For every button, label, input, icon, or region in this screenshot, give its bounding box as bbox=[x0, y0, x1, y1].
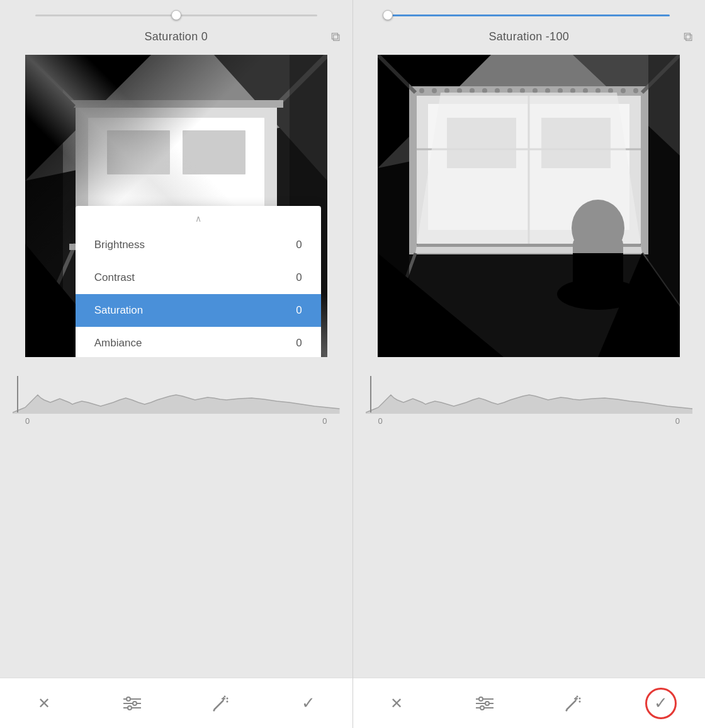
svg-rect-18 bbox=[25, 55, 63, 357]
sliders-icon bbox=[123, 696, 141, 711]
right-wand-button[interactable] bbox=[557, 688, 589, 719]
right-slider-thumb[interactable] bbox=[383, 10, 393, 20]
svg-rect-48 bbox=[409, 86, 417, 254]
left-histogram-labels: 0 0 bbox=[13, 416, 340, 426]
svg-point-33 bbox=[226, 697, 228, 699]
right-wand-icon bbox=[565, 695, 581, 712]
menu-item-saturation[interactable]: Saturation 0 bbox=[76, 294, 321, 327]
left-histogram-svg bbox=[13, 363, 340, 414]
svg-point-59 bbox=[533, 88, 538, 93]
left-slider-area[interactable] bbox=[0, 0, 352, 25]
right-image-area bbox=[378, 55, 680, 357]
svg-point-55 bbox=[482, 88, 487, 93]
left-slider-thumb[interactable] bbox=[171, 10, 181, 20]
left-hist-label-right: 0 bbox=[322, 416, 327, 426]
svg-line-10 bbox=[25, 244, 76, 357]
right-histogram-svg bbox=[366, 363, 693, 414]
right-title-bar: Saturation -100 ⧉ bbox=[353, 25, 706, 48]
svg-point-63 bbox=[583, 88, 588, 93]
svg-point-51 bbox=[432, 88, 437, 93]
svg-point-34 bbox=[226, 700, 228, 702]
right-hist-label-right: 0 bbox=[675, 416, 680, 426]
left-slider-track[interactable] bbox=[35, 14, 317, 16]
svg-rect-6 bbox=[107, 130, 170, 174]
left-sliders-button[interactable] bbox=[116, 688, 148, 719]
svg-point-61 bbox=[558, 88, 563, 93]
svg-rect-79 bbox=[648, 55, 680, 357]
dropdown-arrow-up[interactable]: ∧ bbox=[76, 211, 321, 229]
svg-line-9 bbox=[277, 55, 327, 105]
svg-rect-49 bbox=[641, 86, 648, 254]
svg-point-28 bbox=[128, 706, 132, 710]
menu-item-brightness[interactable]: Brightness 0 bbox=[76, 229, 321, 261]
svg-point-95 bbox=[579, 700, 581, 702]
dropdown-menu[interactable]: ∧ Brightness 0 Contrast 0 Saturation 0 A… bbox=[76, 206, 321, 357]
svg-point-93 bbox=[577, 695, 578, 697]
check-icon: ✓ bbox=[302, 693, 315, 713]
right-check-icon: ✓ bbox=[654, 693, 668, 713]
svg-point-58 bbox=[520, 88, 525, 93]
svg-point-89 bbox=[480, 706, 484, 710]
right-compare-icon[interactable]: ⧉ bbox=[684, 30, 692, 44]
right-toolbar: ✕ ✓ bbox=[353, 678, 706, 728]
svg-point-26 bbox=[127, 697, 130, 701]
svg-point-56 bbox=[495, 88, 500, 93]
left-check-button[interactable]: ✓ bbox=[293, 688, 324, 719]
svg-line-90 bbox=[567, 700, 576, 710]
right-hist-label-left: 0 bbox=[378, 416, 383, 426]
svg-line-96 bbox=[566, 710, 567, 711]
right-close-button[interactable]: ✕ bbox=[381, 688, 412, 719]
left-title-bar: Saturation 0 ⧉ bbox=[0, 25, 352, 48]
left-close-button[interactable]: ✕ bbox=[28, 688, 60, 719]
left-panel: Saturation 0 ⧉ bbox=[0, 0, 352, 728]
svg-marker-1 bbox=[25, 55, 327, 181]
left-histogram-area: 0 0 bbox=[0, 357, 352, 420]
svg-point-52 bbox=[444, 88, 449, 93]
svg-point-62 bbox=[570, 88, 575, 93]
right-slider-area[interactable] bbox=[353, 0, 706, 25]
svg-point-50 bbox=[419, 88, 424, 93]
svg-marker-17 bbox=[25, 55, 76, 168]
left-title: Saturation 0 bbox=[144, 30, 208, 43]
svg-marker-77 bbox=[415, 93, 642, 253]
svg-line-35 bbox=[213, 710, 215, 711]
svg-rect-7 bbox=[183, 130, 245, 174]
svg-rect-11 bbox=[69, 100, 283, 108]
svg-marker-2 bbox=[25, 55, 151, 181]
right-sliders-button[interactable] bbox=[469, 688, 500, 719]
close-icon: ✕ bbox=[38, 695, 50, 712]
right-slider-track[interactable] bbox=[388, 14, 670, 16]
left-image-area: ∧ Brightness 0 Contrast 0 Saturation 0 A… bbox=[25, 55, 327, 357]
left-compare-icon[interactable]: ⧉ bbox=[331, 30, 340, 44]
right-title: Saturation -100 bbox=[488, 30, 569, 43]
svg-point-32 bbox=[223, 695, 225, 697]
svg-point-67 bbox=[633, 88, 638, 93]
right-close-icon: ✕ bbox=[390, 695, 403, 712]
left-wand-button[interactable] bbox=[205, 688, 236, 719]
svg-point-60 bbox=[545, 88, 550, 93]
svg-point-53 bbox=[457, 88, 462, 93]
svg-point-66 bbox=[621, 88, 626, 93]
svg-point-87 bbox=[479, 697, 483, 701]
right-histogram-labels: 0 0 bbox=[366, 416, 693, 426]
left-toolbar: ✕ ✓ bbox=[0, 678, 352, 728]
svg-point-64 bbox=[595, 88, 601, 93]
check-circle-highlight: ✓ bbox=[645, 688, 677, 719]
svg-point-27 bbox=[133, 702, 137, 705]
svg-line-29 bbox=[214, 700, 223, 710]
right-sliders-icon bbox=[476, 696, 494, 711]
menu-item-contrast[interactable]: Contrast 0 bbox=[76, 261, 321, 294]
right-image-svg bbox=[378, 55, 680, 357]
svg-marker-3 bbox=[214, 55, 327, 181]
svg-point-94 bbox=[579, 697, 581, 699]
svg-point-57 bbox=[507, 88, 512, 93]
svg-line-8 bbox=[25, 55, 76, 105]
right-check-button[interactable]: ✓ bbox=[645, 688, 677, 719]
left-hist-label-left: 0 bbox=[25, 416, 30, 426]
menu-item-ambiance[interactable]: Ambiance 0 bbox=[76, 327, 321, 357]
svg-point-88 bbox=[485, 702, 489, 705]
right-panel: Saturation -100 ⧉ bbox=[353, 0, 706, 728]
right-histogram-area: 0 0 bbox=[353, 357, 706, 420]
svg-point-65 bbox=[608, 88, 613, 93]
svg-point-54 bbox=[470, 88, 475, 93]
